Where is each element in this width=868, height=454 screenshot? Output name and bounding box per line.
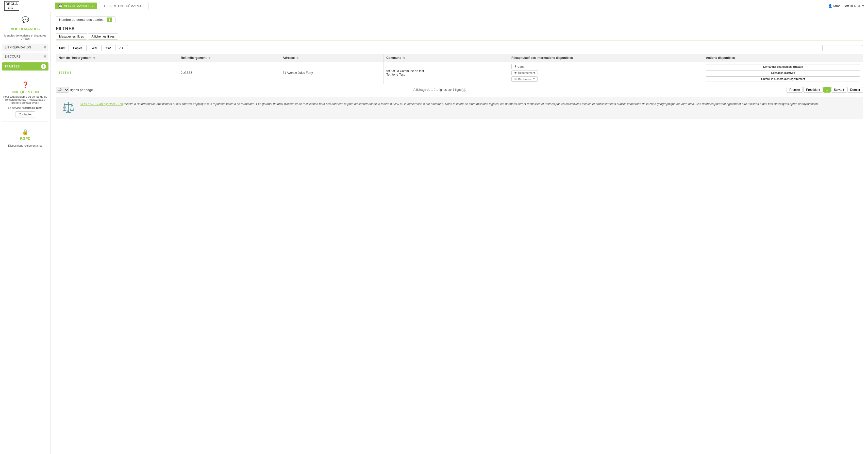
col-actions: Actions disponibles: [703, 54, 863, 62]
nav-buttons: 💬 VOS DEMANDES ＋ FAIRE UNE DÉMARCHE: [55, 2, 828, 10]
first-page-button[interactable]: Premier: [786, 87, 803, 93]
next-page-button[interactable]: Suivant: [831, 87, 847, 93]
user-icon: 👤: [828, 4, 832, 8]
show-filters-button[interactable]: Afficher les filtres: [88, 33, 118, 39]
count-number: 1: [107, 18, 112, 22]
cessation-activite-button[interactable]: Cessation d'activité: [706, 70, 860, 75]
col-recapitulatif: Récapitulatif des informations disponibl…: [509, 54, 703, 62]
rgpd-footer: ⚖️ La loi n°78-17 du 6 janvier 1978 rela…: [56, 97, 863, 119]
filters-title: FILTRES: [56, 26, 863, 31]
page-size-label: lignes par page: [70, 88, 93, 92]
user-menu[interactable]: 👤 Mme Eliott BENCE ▾: [828, 4, 864, 8]
sidebar: 💬 VOS DEMANDES Meubles de tourisme et ch…: [0, 12, 51, 454]
info-btns: ⬇ Cerfa 👁 Hébergement 👁 Déclaration ▾: [512, 64, 701, 82]
count-label: Nombre de demandes traitées :: [59, 18, 105, 22]
sidebar-section-subtitle: Meubles de tourisme et chambres d'hôtes: [2, 34, 49, 40]
eye-icon-2: 👁: [514, 77, 517, 80]
cell-nom: TEST NT: [56, 62, 178, 84]
col-nom-label: Nom de l'hébergement: [59, 56, 91, 60]
sidebar-item-count: 1: [41, 64, 46, 69]
col-adresse: Adresse ⇅: [280, 54, 383, 62]
sidebar-item-label: EN COURS: [5, 55, 21, 58]
commune-code-name: 99999 La Commune de test: [386, 69, 506, 73]
table-search-input[interactable]: [822, 45, 863, 51]
plus-icon: ＋: [103, 4, 106, 8]
ref-value: 2LGZSZ: [181, 71, 192, 74]
table-controls: Print Copier Excel CSV PDF: [56, 45, 863, 51]
page-size-area: 10 25 50 100 lignes par page: [56, 87, 93, 93]
sidebar-question-title: UNE QUESTION: [2, 89, 49, 95]
pagination-buttons: Premier Précédent 1 Suivant Dernier: [786, 87, 863, 93]
sort-icon[interactable]: ⇅: [403, 57, 405, 59]
sort-icon[interactable]: ⇅: [297, 57, 299, 59]
nav-demarche-button[interactable]: ＋ FAIRE UNE DÉMARCHE: [99, 2, 149, 10]
commune-name: La Commune de test: [396, 69, 424, 73]
commune-code: 99999: [386, 69, 395, 73]
sidebar-item-label: TRAITÉES: [5, 65, 20, 68]
cerfa-label: Cerfa: [518, 65, 524, 68]
nav-demandes-label: VOS DEMANDES: [64, 4, 91, 8]
hide-filters-button[interactable]: Masquer les filtres: [56, 33, 87, 39]
col-ref-label: Ref. hébergement: [181, 56, 206, 60]
col-commune: Commune ⇅: [384, 54, 509, 62]
sidebar-service-name: "Territoire Test": [22, 106, 43, 109]
sidebar-divider: [2, 75, 49, 75]
print-button[interactable]: Print: [56, 45, 69, 51]
action-btns: Demander changement d'usage Cessation d'…: [706, 64, 860, 82]
hebergement-button[interactable]: 👁 Hébergement: [512, 70, 538, 75]
col-nom: Nom de l'hébergement ⇅: [56, 54, 178, 62]
pdf-button[interactable]: PDF: [115, 45, 128, 51]
table-row: TEST NT 2LGZSZ 31 Avenue Jules Ferry 999…: [56, 62, 863, 84]
logo-line1: DÉCLA: [6, 2, 18, 6]
rgpd-law-link[interactable]: La loi n°78-17 du 6 janvier 1978: [80, 102, 123, 106]
cerfa-button[interactable]: ⬇ Cerfa: [512, 64, 527, 69]
nom-value: TEST NT: [59, 71, 71, 74]
question-icon: ❓: [2, 82, 49, 89]
declaration-chevron-icon: ▾: [533, 77, 535, 80]
sidebar-rgpd-title: RGPD: [2, 135, 49, 141]
col-recapitulatif-label: Récapitulatif des informations disponibl…: [512, 56, 573, 60]
col-adresse-label: Adresse: [283, 56, 294, 60]
sort-icon[interactable]: ⇅: [93, 57, 95, 59]
download-icon: ⬇: [514, 65, 517, 68]
cell-recapitulatif: ⬇ Cerfa 👁 Hébergement 👁 Déclaration ▾: [509, 62, 703, 84]
page-size-select[interactable]: 10 25 50 100: [56, 87, 69, 93]
sidebar-question-section: ❓ UNE QUESTION Pour tout problème ou dem…: [2, 82, 49, 118]
sidebar-item-en-cours[interactable]: EN COURS 0: [2, 53, 49, 60]
scales-icon: ⚖️: [62, 102, 74, 114]
filter-separator: [56, 40, 863, 41]
chat-icon: 💬: [58, 4, 62, 8]
rgpd-text: La loi n°78-17 du 6 janvier 1978 relativ…: [80, 102, 818, 106]
col-ref: Ref. hébergement ⇅: [178, 54, 280, 62]
sidebar-section-title: VOS DEMANDES: [2, 26, 49, 32]
sidebar-demandes-icon: 💬: [2, 16, 49, 23]
sidebar-item-en-preparation[interactable]: EN PRÉPARATION 0: [2, 44, 49, 51]
cell-adresse: 31 Avenue Jules Ferry: [280, 62, 383, 84]
logo-area: DÉCLA LOC: [4, 1, 55, 11]
adresse-value: 31 Avenue Jules Ferry: [283, 71, 313, 74]
logo-line2: LOC: [6, 6, 18, 10]
sort-icon[interactable]: ⇅: [208, 57, 210, 59]
sidebar-rgpd-link[interactable]: Dispositions réglementaires: [2, 144, 49, 147]
sidebar-item-label: EN PRÉPARATION: [5, 46, 31, 49]
cell-commune: 99999 La Commune de test Territoire Test: [384, 62, 509, 84]
sidebar-item-traitees[interactable]: TRAITÉES 1: [2, 62, 49, 70]
commune-territoire: Territoire Test: [386, 73, 506, 76]
changement-usage-button[interactable]: Demander changement d'usage: [706, 64, 860, 69]
main-content: Nombre de demandes traitées : 1 FILTRES …: [51, 12, 868, 454]
declaration-button[interactable]: 👁 Déclaration ▾: [512, 76, 537, 82]
sidebar-question-text: Pour tout problème ou demande de renseig…: [2, 95, 49, 104]
chevron-down-icon: [92, 4, 93, 8]
contact-button[interactable]: Contacter: [15, 111, 35, 118]
excel-button[interactable]: Excel: [86, 45, 100, 51]
nav-demandes-button[interactable]: 💬 VOS DEMANDES: [55, 3, 97, 9]
numero-enregistrement-button[interactable]: Obtenir le numéro d'enregistrement: [706, 76, 860, 82]
csv-button[interactable]: CSV: [101, 45, 114, 51]
current-page-button[interactable]: 1: [823, 87, 831, 93]
copy-button[interactable]: Copier: [70, 45, 85, 51]
count-badge-area: Nombre de demandes traitées : 1: [56, 16, 863, 23]
logo: DÉCLA LOC: [4, 1, 19, 11]
top-nav: DÉCLA LOC 💬 VOS DEMANDES ＋ FAIRE UNE DÉM…: [0, 0, 868, 12]
prev-page-button[interactable]: Précédent: [803, 87, 823, 93]
last-page-button[interactable]: Dernier: [847, 87, 863, 93]
